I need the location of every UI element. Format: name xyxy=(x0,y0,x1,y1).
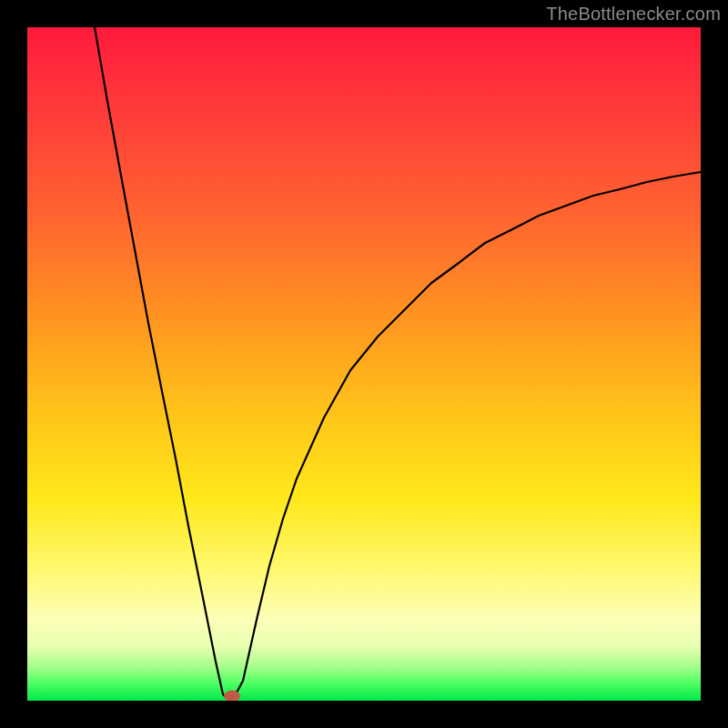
bottleneck-curve xyxy=(95,27,701,701)
plot-area xyxy=(27,27,701,701)
chart-frame: TheBottlenecker.com xyxy=(0,0,728,728)
watermark-text: TheBottlenecker.com xyxy=(546,4,721,25)
curve-layer xyxy=(27,27,701,701)
